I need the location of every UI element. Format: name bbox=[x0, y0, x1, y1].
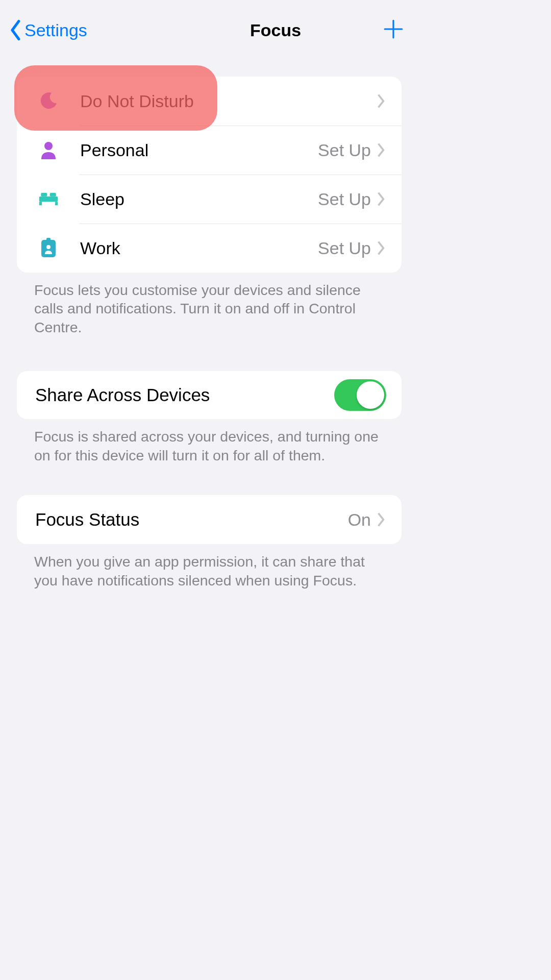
status-value: On bbox=[348, 510, 371, 530]
svg-rect-2 bbox=[39, 202, 42, 205]
chevron-left-icon bbox=[9, 19, 22, 41]
status-caption: When you give an app permission, it can … bbox=[17, 544, 402, 590]
add-button[interactable] bbox=[383, 18, 404, 42]
person-icon bbox=[35, 140, 62, 160]
share-toggle[interactable] bbox=[334, 379, 386, 411]
back-button[interactable]: Settings bbox=[9, 19, 87, 41]
focus-label: Do Not Disturb bbox=[80, 91, 376, 111]
focus-row-sleep[interactable]: Sleep Set Up bbox=[17, 175, 402, 224]
svg-rect-4 bbox=[41, 193, 47, 197]
focus-row-work[interactable]: Work Set Up bbox=[17, 224, 402, 273]
chevron-right-icon bbox=[376, 240, 386, 256]
chevron-right-icon bbox=[376, 191, 386, 207]
focus-label: Work bbox=[80, 238, 318, 258]
share-caption: Focus is shared across your devices, and… bbox=[17, 419, 402, 464]
chevron-right-icon bbox=[376, 93, 386, 109]
svg-rect-3 bbox=[55, 202, 58, 205]
plus-icon bbox=[383, 18, 404, 40]
focus-label: Personal bbox=[80, 140, 318, 160]
focus-row-personal[interactable]: Personal Set Up bbox=[17, 126, 402, 175]
status-label: Focus Status bbox=[35, 509, 348, 530]
setup-label: Set Up bbox=[318, 140, 371, 160]
setup-label: Set Up bbox=[318, 189, 371, 209]
chevron-right-icon bbox=[376, 511, 386, 528]
moon-icon bbox=[35, 91, 62, 111]
badge-icon bbox=[35, 238, 62, 258]
share-label: Share Across Devices bbox=[35, 385, 210, 405]
nav-bar: Settings Focus bbox=[0, 0, 418, 56]
svg-rect-5 bbox=[50, 193, 56, 197]
focus-row-do-not-disturb[interactable]: Do Not Disturb bbox=[17, 77, 402, 126]
setup-label: Set Up bbox=[318, 238, 371, 258]
svg-rect-1 bbox=[39, 197, 58, 202]
bed-icon bbox=[35, 189, 62, 209]
focus-modes-section: Do Not Disturb Personal Set Up Sleep Set… bbox=[17, 77, 402, 273]
focus-label: Sleep bbox=[80, 189, 318, 209]
focus-status-row[interactable]: Focus Status On bbox=[17, 495, 402, 544]
svg-rect-7 bbox=[46, 238, 51, 241]
svg-point-0 bbox=[44, 142, 53, 150]
share-row[interactable]: Share Across Devices bbox=[17, 371, 402, 419]
back-label: Settings bbox=[24, 20, 87, 40]
share-section: Share Across Devices bbox=[17, 371, 402, 419]
chevron-right-icon bbox=[376, 142, 386, 158]
svg-point-8 bbox=[46, 245, 51, 249]
modes-caption: Focus lets you customise your devices an… bbox=[17, 273, 402, 336]
status-section: Focus Status On bbox=[17, 495, 402, 544]
